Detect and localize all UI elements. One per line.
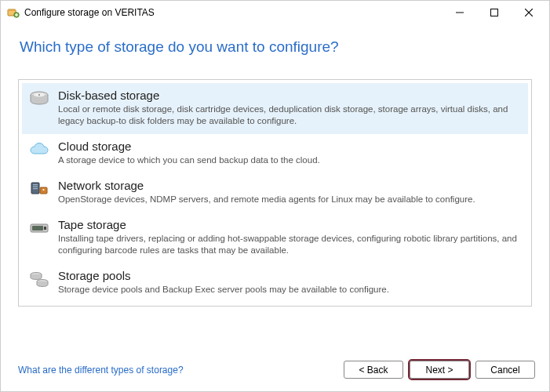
option-title: Cloud storage (58, 140, 522, 154)
network-icon (28, 180, 50, 198)
tape-icon (28, 220, 50, 237)
option-text: Storage pools Storage device pools and B… (50, 269, 522, 296)
pools-icon (28, 270, 50, 289)
option-text: Disk-based storage Local or remote disk … (50, 89, 522, 127)
svg-rect-8 (33, 184, 38, 185)
disk-icon (28, 90, 50, 107)
storage-options-list: Disk-based storage Local or remote disk … (18, 79, 532, 307)
option-title: Tape storage (58, 218, 522, 232)
option-cloud-storage[interactable]: Cloud storage A storage device to which … (22, 134, 528, 173)
option-tape-storage[interactable]: Tape storage Installing tape drivers, re… (22, 212, 528, 263)
app-icon (7, 6, 20, 19)
page-heading: Which type of storage do you want to con… (20, 38, 532, 56)
cancel-button[interactable]: Cancel (475, 361, 535, 379)
option-desc: Installing tape drivers, replacing or ad… (58, 233, 522, 256)
close-button[interactable] (512, 2, 546, 24)
svg-rect-1 (8, 9, 16, 11)
option-storage-pools[interactable]: Storage pools Storage device pools and B… (22, 263, 528, 303)
option-desc: A storage device to which you can send b… (58, 154, 522, 166)
option-desc: Storage device pools and Backup Exec ser… (58, 284, 522, 296)
option-network-storage[interactable]: Network storage OpenStorage devices, NDM… (22, 173, 528, 212)
titlebar: Configure storage on VERITAS (1, 1, 549, 24)
maximize-button[interactable] (477, 2, 512, 24)
option-title: Disk-based storage (58, 89, 522, 103)
option-desc: OpenStorage devices, NDMP servers, and r… (58, 194, 522, 205)
option-text: Network storage OpenStorage devices, NDM… (50, 179, 522, 205)
cloud-icon (28, 141, 50, 158)
svg-rect-10 (33, 188, 38, 189)
minimize-button[interactable] (443, 2, 477, 24)
option-desc: Local or remote disk storage, disk cartr… (58, 103, 522, 127)
next-button[interactable]: Next > (410, 361, 469, 379)
option-title: Network storage (58, 179, 522, 193)
svg-rect-14 (32, 226, 43, 230)
help-link[interactable]: What are the different types of storage? (18, 365, 184, 376)
wizard-content: Which type of storage do you want to con… (1, 24, 549, 351)
svg-rect-15 (44, 227, 46, 230)
window-title: Configure storage on VERITAS (24, 7, 443, 18)
back-button[interactable]: < Back (344, 361, 403, 379)
option-disk-based-storage[interactable]: Disk-based storage Local or remote disk … (22, 83, 528, 134)
option-text: Cloud storage A storage device to which … (50, 140, 522, 166)
svg-rect-9 (33, 186, 38, 187)
option-title: Storage pools (58, 269, 522, 283)
svg-point-6 (38, 94, 40, 96)
option-text: Tape storage Installing tape drivers, re… (50, 218, 522, 256)
svg-rect-3 (491, 9, 498, 16)
svg-point-12 (42, 189, 44, 191)
wizard-footer: What are the different types of storage?… (1, 351, 549, 391)
